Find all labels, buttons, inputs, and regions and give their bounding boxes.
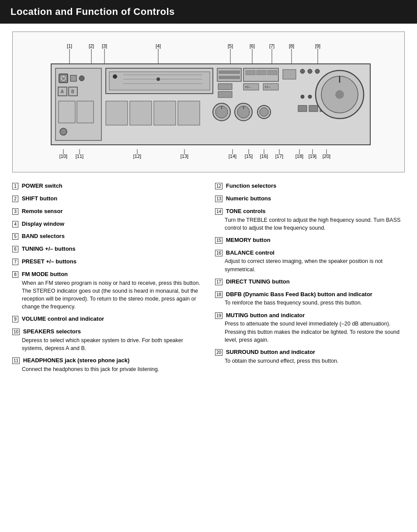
control-item-8: 8 FM MODE button When an FM stereo progr…	[12, 270, 202, 311]
control-title-7: PRESET +/– buttons	[22, 258, 76, 265]
svg-point-72	[308, 95, 312, 98]
control-item-7: 7 PRESET +/– buttons	[12, 258, 202, 266]
svg-point-63	[260, 108, 268, 116]
control-num-19: 19	[215, 312, 222, 319]
svg-text:[7]: [7]	[269, 43, 275, 49]
control-item-9: 9 VOLUME control and indicator	[12, 315, 202, 323]
control-item-6: 6 TUNING +/– buttons	[12, 245, 202, 253]
svg-rect-50	[218, 84, 232, 90]
svg-rect-64	[283, 70, 296, 79]
control-title-6: TUNING +/– buttons	[22, 245, 76, 252]
control-body-14: Turn the TREBLE control to adjust the hi…	[225, 216, 405, 232]
svg-rect-45	[219, 76, 240, 79]
svg-rect-29	[59, 101, 75, 123]
equipment-diagram: [1] [2] [3] [4] [5] [6] [7] [8] [9]	[29, 40, 388, 167]
control-body-18: To reinforce the bass frequency sound, p…	[225, 299, 405, 307]
svg-point-34	[113, 74, 117, 79]
control-title-15: MEMORY button	[226, 237, 271, 243]
svg-text:[4]: [4]	[156, 43, 161, 49]
svg-text:[1]: [1]	[67, 43, 72, 49]
control-title-13: Numeric buttons	[226, 195, 271, 202]
control-title-19: MUTING button and indicator	[226, 312, 305, 318]
control-title-16: BALANCE control	[226, 249, 275, 256]
control-num-7: 7	[12, 259, 18, 265]
descriptions-grid: 1 POWER switch 2 SHIFT button 3 Remote s…	[12, 182, 405, 378]
control-num-9: 9	[12, 316, 18, 322]
svg-rect-43	[217, 68, 241, 81]
control-title-20: SURROUND button and indicator	[226, 349, 315, 355]
svg-rect-20	[59, 74, 68, 83]
svg-text:[9]: [9]	[315, 43, 320, 49]
control-num-10: 10	[12, 329, 20, 335]
svg-rect-41	[154, 101, 176, 125]
control-num-2: 2	[12, 196, 18, 202]
svg-point-66	[308, 69, 312, 74]
svg-text:[8]: [8]	[289, 43, 294, 49]
control-title-2: SHIFT button	[22, 195, 58, 202]
control-title-11: HEADPHONES jack (stereo phone jack)	[23, 357, 129, 364]
control-item-18: 18 DBFB (Dynamic Bass Feed Back) button …	[215, 290, 405, 307]
control-item-14: 14 TONE controls Turn the TREBLE control…	[215, 207, 405, 232]
svg-text:[2]: [2]	[89, 43, 94, 49]
right-column: 12 Function selectors 13 Numeric buttons…	[215, 182, 405, 378]
control-body-10: Depress to select which speaker system t…	[22, 336, 202, 352]
control-num-6: 6	[12, 246, 18, 252]
control-body-19: Press to attenuate the sound level immed…	[225, 320, 405, 343]
control-num-4: 4	[12, 221, 18, 228]
svg-text:[5]: [5]	[228, 43, 233, 49]
svg-point-67	[315, 69, 320, 74]
control-num-5: 5	[12, 233, 18, 240]
svg-rect-30	[77, 101, 94, 123]
control-item-10: 10 SPEAKERS selectors Depress to select …	[12, 328, 202, 352]
control-title-17: DIRECT TUNING button	[226, 278, 290, 285]
control-num-11: 11	[12, 357, 20, 364]
control-num-20: 20	[215, 349, 222, 356]
control-item-19: 19 MUTING button and indicator Press to …	[215, 312, 405, 344]
svg-point-71	[301, 95, 304, 98]
diagram-box: [1] [2] [3] [4] [5] [6] [7] [8] [9]	[12, 32, 405, 172]
main-content: [1] [2] [3] [4] [5] [6] [7] [8] [9]	[0, 32, 417, 390]
control-num-14: 14	[215, 208, 222, 215]
control-item-17: 17 DIRECT TUNING button	[215, 278, 405, 286]
control-item-11: 11 HEADPHONES jack (stereo phone jack) C…	[12, 357, 202, 373]
control-title-10: SPEAKERS selectors	[23, 328, 81, 335]
control-item-15: 15 MEMORY button	[215, 236, 405, 245]
svg-text:[3]: [3]	[102, 43, 107, 49]
control-num-18: 18	[215, 291, 222, 298]
svg-point-24	[79, 76, 84, 81]
control-title-14: TONE controls	[226, 208, 266, 214]
svg-text:+/–: +/–	[264, 85, 270, 89]
svg-rect-33	[109, 72, 210, 90]
svg-point-76	[335, 90, 344, 99]
control-item-1: 1 POWER switch	[12, 182, 202, 190]
control-title-18: DBFB (Dynamic Bass Feed Back) button and…	[226, 291, 372, 298]
svg-point-65	[300, 69, 305, 74]
svg-rect-69	[309, 105, 318, 112]
svg-point-31	[60, 128, 67, 135]
control-body-16: Adjust to correct stereo imaging, when t…	[225, 257, 405, 273]
svg-rect-23	[70, 75, 76, 81]
svg-text:[6]: [6]	[250, 43, 255, 49]
control-num-13: 13	[215, 196, 222, 202]
control-title-5: BAND selectors	[22, 233, 65, 239]
control-num-3: 3	[12, 208, 18, 215]
svg-rect-68	[298, 105, 307, 112]
svg-point-38	[156, 77, 160, 81]
control-item-2: 2 SHIFT button	[12, 195, 202, 203]
svg-rect-44	[219, 70, 240, 74]
control-title-3: Remote sensor	[22, 208, 63, 214]
control-num-12: 12	[215, 183, 222, 189]
svg-rect-42	[178, 101, 200, 125]
svg-rect-49	[268, 70, 277, 75]
control-num-8: 8	[12, 271, 18, 278]
svg-text:A: A	[61, 89, 64, 94]
control-num-15: 15	[215, 237, 222, 244]
control-title-8: FM MODE button	[22, 271, 68, 277]
svg-text:B: B	[71, 89, 74, 94]
control-item-5: 5 BAND selectors	[12, 232, 202, 241]
page-header: Location and Function of Controls	[0, 0, 417, 24]
control-num-1: 1	[12, 183, 18, 189]
svg-rect-39	[106, 101, 128, 125]
control-title-4: Display window	[22, 220, 65, 227]
control-item-4: 4 Display window	[12, 220, 202, 228]
